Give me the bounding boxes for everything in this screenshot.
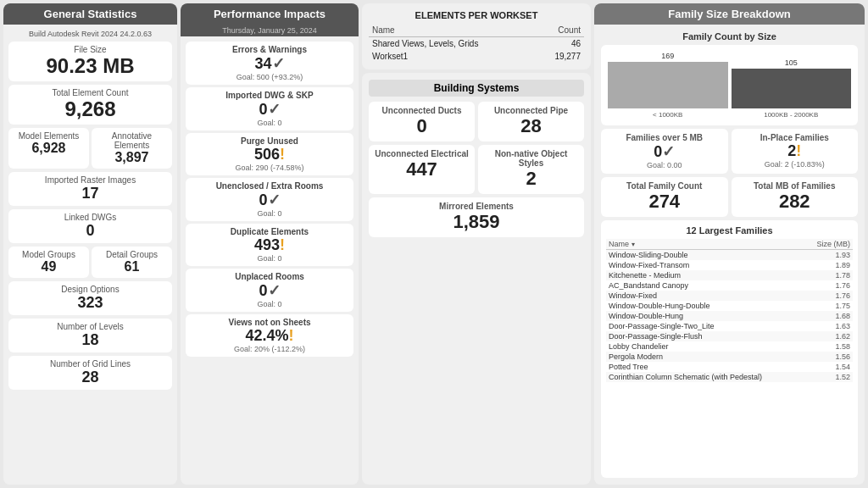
families-over-5mb-goal: Goal: 0.00 bbox=[605, 161, 724, 169]
unplaced-value: 0✓ bbox=[192, 281, 347, 300]
unenclosed-value: 0✓ bbox=[192, 191, 347, 209]
families-over-5mb-block: Families over 5 MB 0✓ Goal: 0.00 bbox=[601, 129, 728, 174]
bar-chart: 169 < 1000KB 105 1000KB - 2000KB bbox=[601, 45, 858, 125]
workset-row-name: Workset1 bbox=[369, 50, 536, 63]
non-native-block: Non-native Object Styles 2 bbox=[478, 145, 584, 194]
errors-goal: Goal: 500 (+93.2%) bbox=[192, 73, 347, 81]
in-place-families-block: In-Place Families 2! Goal: 2 (-10.83%) bbox=[732, 129, 859, 174]
unconnected-pipe-label: Unconnected Pipe bbox=[482, 106, 580, 115]
largest-families-panel: 12 Largest Families Name ▾ Size (MB) Win… bbox=[601, 220, 858, 478]
building-systems-grid: Unconnected Ducts 0 Unconnected Pipe 28 … bbox=[369, 102, 584, 194]
performance-date: Thursday, January 25, 2024 bbox=[181, 25, 359, 36]
duplicate-label: Duplicate Elements bbox=[192, 227, 347, 236]
mirrored-value: 1,859 bbox=[373, 211, 580, 233]
imported-dwg-block: Imported DWG & SKP 0✓ Goal: 0 bbox=[186, 87, 353, 130]
list-item: Window-Fixed1.76 bbox=[606, 291, 853, 301]
in-place-label: In-Place Families bbox=[736, 133, 854, 142]
model-elements-label: Model Elements bbox=[14, 131, 84, 141]
unconnected-electrical-value: 447 bbox=[373, 158, 470, 180]
unenclosed-rooms-block: Unenclosed / Extra Rooms 0✓ Goal: 0 bbox=[186, 178, 353, 221]
views-label: Views not on Sheets bbox=[192, 318, 347, 327]
building-systems-title: Building Systems bbox=[369, 80, 584, 97]
annotative-elements-value: 3,897 bbox=[97, 150, 167, 165]
family-size-column: Family Size Breakdown Family Count by Si… bbox=[594, 3, 865, 485]
lf-col-name: Name ▾ bbox=[606, 239, 804, 250]
unplaced-check-icon: ✓ bbox=[268, 282, 281, 299]
unenclosed-goal: Goal: 0 bbox=[192, 209, 347, 218]
duplicate-value: 493! bbox=[192, 236, 347, 254]
list-item: Potted Tree1.54 bbox=[606, 362, 853, 372]
purge-label: Purge Unused bbox=[192, 136, 347, 146]
number-of-levels-label: Number of Levels bbox=[14, 322, 167, 331]
list-item: Window-Double-Hung1.68 bbox=[606, 311, 853, 321]
file-size-value: 90.23 MB bbox=[14, 54, 167, 78]
family-size-body: Family Count by Size 169 < 1000KB 105 10… bbox=[594, 25, 865, 485]
list-item: Window-Fixed-Transom1.89 bbox=[606, 260, 853, 270]
family-size: 1.63 bbox=[804, 321, 853, 331]
imported-raster-value: 17 bbox=[14, 185, 167, 202]
family-name: Potted Tree bbox=[606, 362, 804, 372]
unplaced-goal: Goal: 0 bbox=[192, 300, 347, 308]
total-family-label: Total Family Count bbox=[605, 181, 724, 191]
views-not-on-sheets-block: Views not on Sheets 42.4%! Goal: 20% (-1… bbox=[186, 314, 353, 357]
bar2-rect bbox=[732, 69, 852, 108]
workset-row-name: Shared Views, Levels, Grids bbox=[369, 37, 536, 51]
duplicate-elements-block: Duplicate Elements 493! Goal: 0 bbox=[186, 224, 353, 266]
unenclosed-label: Unenclosed / Extra Rooms bbox=[192, 181, 347, 191]
building-systems-panel: Building Systems Unconnected Ducts 0 Unc… bbox=[362, 73, 591, 485]
largest-families-title: 12 Largest Families bbox=[606, 225, 853, 236]
workset-row: Shared Views, Levels, Grids46 bbox=[369, 37, 584, 51]
bar1-label: < 1000KB bbox=[653, 111, 682, 119]
linked-dwgs-value: 0 bbox=[14, 222, 167, 240]
workset-title: ELEMENTS PER WORKSET bbox=[369, 10, 584, 20]
errors-value: 34✓ bbox=[192, 54, 347, 73]
non-native-value: 2 bbox=[482, 168, 580, 190]
errors-label: Errors & Warnings bbox=[192, 45, 347, 54]
families-check-icon: ✓ bbox=[662, 143, 675, 160]
linked-dwgs-label: Linked DWGs bbox=[14, 213, 167, 222]
list-item: Window-Sliding-Double1.93 bbox=[606, 250, 853, 261]
family-counts-row: Families over 5 MB 0✓ Goal: 0.00 In-Plac… bbox=[601, 129, 858, 174]
number-of-grid-value: 28 bbox=[14, 369, 167, 386]
unconnected-ducts-block: Unconnected Ducts 0 bbox=[369, 102, 475, 141]
families-over-5mb-label: Families over 5 MB bbox=[605, 133, 724, 142]
list-item: Door-Passage-Single-Two_Lite1.63 bbox=[606, 321, 853, 331]
family-chart-title: Family Count by Size bbox=[601, 31, 858, 42]
family-size: 1.75 bbox=[804, 301, 853, 311]
in-place-warn-icon: ! bbox=[796, 142, 801, 159]
workset-col-count: Count bbox=[536, 24, 584, 37]
families-over-5mb-value: 0✓ bbox=[605, 142, 724, 161]
duplicate-warn-icon: ! bbox=[280, 236, 285, 253]
general-stats-header: General Statistics bbox=[3, 3, 177, 25]
model-groups-value: 49 bbox=[14, 259, 84, 274]
non-native-label: Non-native Object Styles bbox=[482, 149, 580, 168]
unconnected-electrical-label: Unconnected Electrical bbox=[373, 149, 470, 158]
total-mb-value: 282 bbox=[736, 191, 854, 213]
linked-dwgs-block: Linked DWGs 0 bbox=[8, 209, 172, 243]
views-value: 42.4%! bbox=[192, 327, 347, 345]
workset-panel: ELEMENTS PER WORKSET Name Count Shared V… bbox=[362, 3, 591, 69]
model-annotative-row: Model Elements 6,928 Annotative Elements… bbox=[8, 128, 172, 169]
list-item: Corinthian Column Schematic (with Pedest… bbox=[606, 372, 853, 382]
imported-dwg-goal: Goal: 0 bbox=[192, 119, 347, 127]
family-size: 1.76 bbox=[804, 291, 853, 301]
views-goal: Goal: 20% (-112.2%) bbox=[192, 345, 347, 353]
bar1-value-label: 169 bbox=[661, 52, 674, 60]
general-stats-body: Build Autodesk Revit 2024 24.2.0.63 File… bbox=[3, 25, 177, 485]
total-mb-block: Total MB of Families 282 bbox=[732, 177, 859, 217]
model-groups-block: Model Groups 49 bbox=[8, 247, 89, 278]
number-of-levels-block: Number of Levels 18 bbox=[8, 319, 172, 352]
detail-groups-block: Detail Groups 61 bbox=[92, 247, 172, 278]
family-size: 1.52 bbox=[804, 372, 853, 382]
family-size: 1.76 bbox=[804, 280, 853, 291]
unconnected-ducts-value: 0 bbox=[373, 115, 470, 137]
family-name: Window-Sliding-Double bbox=[606, 250, 804, 261]
total-element-label: Total Element Count bbox=[14, 88, 167, 97]
performance-body: Errors & Warnings 34✓ Goal: 500 (+93.2%)… bbox=[181, 36, 359, 485]
largest-families-table: Name ▾ Size (MB) Window-Sliding-Double1.… bbox=[606, 239, 853, 382]
design-options-value: 323 bbox=[14, 294, 167, 312]
bar2-label: 1000KB - 2000KB bbox=[764, 111, 818, 119]
groups-row: Model Groups 49 Detail Groups 61 bbox=[8, 247, 172, 278]
workset-col-name: Name bbox=[369, 24, 536, 37]
general-statistics-column: General Statistics Build Autodesk Revit … bbox=[3, 3, 177, 485]
